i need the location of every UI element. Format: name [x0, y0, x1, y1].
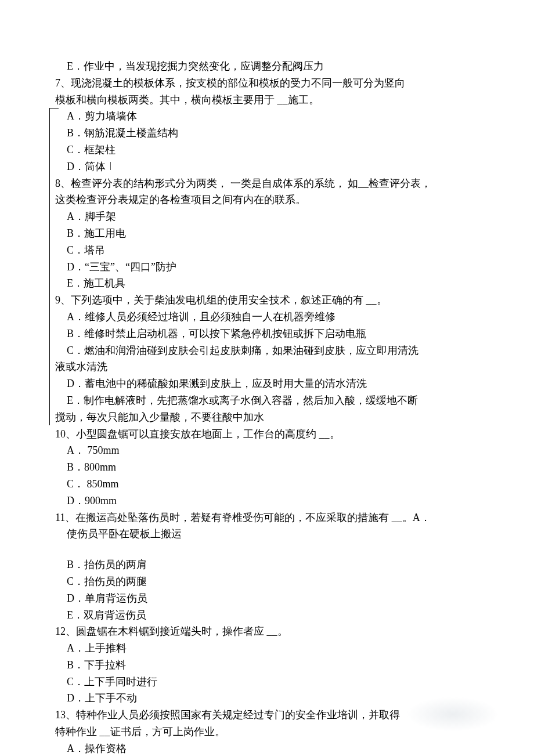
q7-text-line2: 模板和横向模板两类。其中，横向模板主要用于 __施工。 — [55, 92, 482, 108]
q9-block: 9、下列选项中，关于柴油发电机组的使用安全技术，叙述正确的有 __。 A．维修人… — [55, 292, 482, 425]
q12-option-a: A．上手推料 — [55, 640, 482, 657]
q8-text-line2: 这类检查评分表规定的各检查项目之间有内在的联系。 — [55, 191, 482, 208]
q12-option-d: D．上下手不动 — [55, 690, 482, 707]
q10-option-b: B．800mm — [55, 459, 482, 476]
q12-option-b: B．下手拉料 — [55, 657, 482, 674]
q8-option-d: D．“三宝”、“四口”防护 — [55, 259, 482, 276]
q10-text: 10、小型圆盘锯可以直接安放在地面上，工作台的高度约 __。 — [55, 426, 482, 443]
q6-option-e: E．作业中，当发现挖掘力突然变化，应调整分配阀压力 — [55, 58, 482, 75]
q7-option-b: B．钢筋混凝土楼盖结构 — [55, 125, 482, 142]
q11-text-line2: 使伤员平卧在硬板上搬运 — [55, 526, 482, 542]
q8-option-a: A．脚手架 — [55, 208, 482, 225]
document-page: E．作业中，当发现挖掘力突然变化，应调整分配阀压力 7、现浇混凝土的模板体系，按… — [0, 0, 534, 756]
q9-option-d: D．蓄电池中的稀硫酸如果溅到皮肤上，应及时用大量的清水清洗 — [55, 375, 482, 392]
q9-option-c-line1: C．燃油和润滑油碰到皮肤会引起皮肤刺痛，如果油碰到皮肤，应立即用清洗 — [55, 342, 482, 359]
q9-text: 9、下列选项中，关于柴油发电机组的使用安全技术，叙述正确的有 __。 — [55, 292, 482, 309]
q13-text-line1: 13、特种作业人员必须按照国家有关规定经过专门的安全作业培训，并取得 — [55, 707, 482, 724]
q7-option-c: C．框架柱 — [55, 142, 482, 158]
q8-text-line1: 8、检查评分表的结构形式分为两类， 一类是自成体系的系统， 如__检查评分表， — [55, 175, 482, 192]
q11-option-b: B．抬伤员的两肩 — [55, 556, 482, 573]
q9-option-c-line2: 液或水清洗 — [55, 359, 482, 375]
q13-option-a: A．操作资格 — [55, 740, 482, 756]
q12-option-c: C．上下手同时进行 — [55, 674, 482, 690]
q11-text-line1: 11、在搬运高处坠落伤员时，若疑有脊椎受伤可能的，不应采取的措施有 __。A． — [55, 509, 482, 526]
q7-option-d: D．筒体 — [55, 158, 482, 175]
q13-text-line2: 特种作业 __证书后，方可上岗作业。 — [55, 724, 482, 740]
q7-option-d-text: D．筒体 — [67, 161, 106, 172]
q9-option-a: A．维修人员必须经过培训，且必须独自一人在机器旁维修 — [55, 309, 482, 325]
q9-option-e-line2: 搅动，每次只能加入少量酸，不要往酸中加水 — [55, 409, 482, 426]
q8-option-c: C．塔吊 — [55, 242, 482, 259]
q8-option-e: E．施工机具 — [55, 275, 482, 292]
q11-option-d: D．单肩背运伤员 — [55, 590, 482, 607]
q8-block: 8、检查评分表的结构形式分为两类， 一类是自成体系的系统， 如__检查评分表， … — [55, 175, 482, 292]
q7-options-box: A．剪力墙墙体 B．钢筋混凝土楼盖结构 C．框架柱 D．筒体 — [55, 108, 482, 175]
q7-option-a: A．剪力墙墙体 — [55, 108, 482, 125]
q10-option-c: C． 850mm — [55, 476, 482, 493]
q11-option-c: C．抬伤员的两腿 — [55, 573, 482, 590]
q10-option-d: D．900mm — [55, 493, 482, 509]
q8-option-b: B．施工用电 — [55, 225, 482, 242]
q7-text-line1: 7、现浇混凝土的模板体系，按支模的部位和模板的受力不同一般可分为竖向 — [55, 75, 482, 92]
q11-option-e: E．双肩背运伤员 — [55, 607, 482, 624]
q9-option-b: B．维修时禁止启动机器，可以按下紧急停机按钮或拆下启动电瓶 — [55, 325, 482, 342]
q9-option-e-line1: E．制作电解液时，先把蒸馏水或离子水倒入容器，然后加入酸，缓缓地不断 — [55, 392, 482, 409]
q12-text: 12、圆盘锯在木料锯到接近端头时，操作者应 __。 — [55, 623, 482, 640]
q10-option-a: A． 750mm — [55, 442, 482, 459]
